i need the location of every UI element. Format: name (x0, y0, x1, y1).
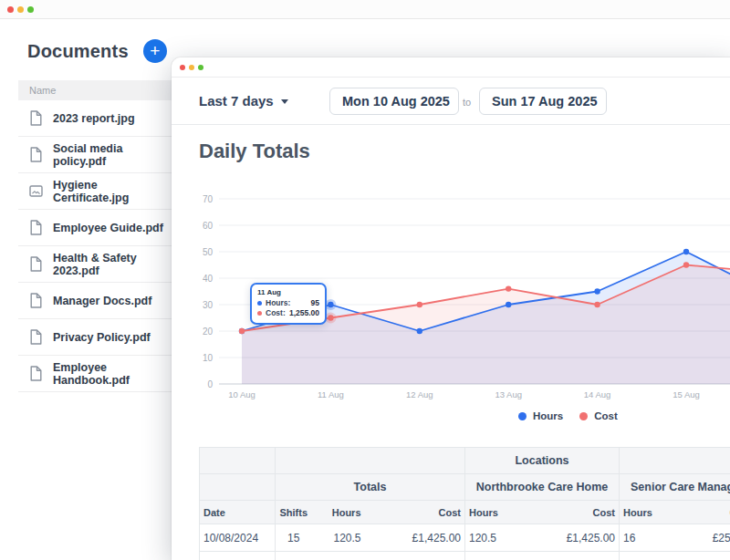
tooltip-series-label: Hours: (266, 298, 290, 308)
tooltip-row: Cost:1,255.00 (257, 308, 319, 318)
chevron-down-icon (281, 99, 288, 104)
file-name: Employee Guide.pdf (53, 222, 163, 234)
svg-text:0: 0 (207, 379, 213, 389)
file-row[interactable]: Employee Guide.pdf (18, 210, 173, 246)
svg-text:11 Aug: 11 Aug (318, 389, 344, 399)
range-preset-dropdown[interactable]: Last 7 days (199, 93, 288, 109)
cell-sr-cost: £256.00 (683, 524, 730, 552)
table-row[interactable]: 10/08/2024 15 120.5 £1,425.00 120.5 £1,4… (200, 524, 730, 552)
close-window-icon[interactable] (180, 65, 185, 70)
legend-label: Cost (594, 410, 618, 421)
document-list: Name 2023 report.jpgSocial media policy.… (18, 80, 173, 392)
svg-text:50: 50 (203, 247, 214, 257)
file-row[interactable]: Hygiene Certificate.jpg (18, 173, 173, 210)
file-name: Manager Docs.pdf (53, 295, 151, 307)
file-name: Health & Safety 2023.pdf (53, 252, 173, 277)
cell-nb-cost: £1,425.00 (543, 524, 620, 552)
minimize-window-icon[interactable] (17, 6, 24, 13)
cell-date[interactable]: 10/08/2024 (200, 524, 276, 552)
file-name: 2023 report.jpg (53, 112, 135, 125)
series-dot-icon (257, 301, 262, 306)
tooltip-series-value: 95 (311, 298, 319, 308)
date-from-value: Mon 10 Aug 2025 (342, 94, 450, 109)
file-row[interactable]: 2023 report.jpg (18, 100, 173, 137)
col-sr-cost: Cost (683, 501, 730, 524)
file-name: Social media policy.pdf (53, 142, 173, 168)
file-icon (29, 293, 43, 308)
col-shifts: Shifts (276, 501, 312, 524)
svg-text:30: 30 (203, 300, 214, 310)
cell-sr-hours: 16 (620, 524, 683, 552)
legend-dot-icon (579, 412, 588, 420)
legend-item-cost[interactable]: Cost (579, 410, 618, 421)
tooltip-series-label: Cost: (266, 308, 286, 318)
file-row[interactable]: Employee Handbook.pdf (18, 356, 173, 392)
file-row[interactable]: Privacy Policy.pdf (18, 319, 173, 356)
tooltip-row: Hours:95 (257, 298, 319, 308)
series-dot-icon (257, 311, 262, 316)
date-from-input[interactable]: Mon 10 Aug 2025 (329, 88, 459, 115)
file-name: Hygiene Certificate.jpg (53, 179, 173, 204)
svg-text:13 Aug: 13 Aug (495, 389, 522, 399)
chart-legend: HoursCost (518, 410, 618, 421)
svg-text:10: 10 (203, 353, 214, 363)
chart-tooltip: 11 Aug Hours:95Cost:1,255.00 (250, 283, 327, 325)
svg-text:14 Aug: 14 Aug (584, 389, 611, 399)
file-row[interactable]: Health & Safety 2023.pdf (18, 246, 173, 283)
file-icon (29, 147, 43, 162)
file-row[interactable]: Social media policy.pdf (18, 137, 173, 173)
table-row-groups: Totals Northbrooke Care Home Senior Care… (200, 474, 730, 501)
add-document-button[interactable]: + (143, 39, 167, 63)
file-icon (29, 329, 43, 345)
svg-text:15 Aug: 15 Aug (673, 389, 700, 399)
col-date: Date (200, 501, 276, 524)
cell-hours: 120.5 (312, 524, 365, 552)
image-icon (29, 183, 43, 199)
maximize-window-icon[interactable] (198, 65, 203, 70)
date-range-header: Last 7 days Mon 10 Aug 2025 to Sun 17 Au… (172, 78, 730, 125)
file-name: Privacy Policy.pdf (53, 331, 151, 344)
date-to-input[interactable]: Sun 17 Aug 2025 (479, 88, 607, 115)
legend-item-hours[interactable]: Hours (518, 410, 563, 421)
cell-shifts: 15 (276, 524, 312, 552)
report-window-titlebar (172, 57, 730, 78)
tooltip-series-value: 1,255.00 (289, 308, 319, 318)
table-row-partial (200, 552, 730, 560)
file-icon (29, 220, 43, 235)
svg-text:40: 40 (203, 274, 214, 284)
close-window-icon[interactable] (7, 6, 14, 13)
cell-nb-hours: 120.5 (465, 524, 543, 552)
table-row-locations: Locations (200, 448, 730, 474)
col-sr-hours: Hours (620, 501, 683, 524)
name-column-header: Name (18, 80, 173, 100)
totals-table-wrap: Locations Totals Northbrooke Care Home S… (199, 447, 730, 560)
maximize-window-icon[interactable] (27, 6, 34, 13)
svg-text:12 Aug: 12 Aug (406, 389, 433, 399)
cell-cost: £1,425.00 (365, 524, 465, 552)
back-window-titlebar (0, 0, 730, 19)
file-icon (29, 366, 43, 381)
legend-dot-icon (518, 412, 527, 420)
file-row[interactable]: Manager Docs.pdf (18, 283, 173, 319)
tooltip-rows: Hours:95Cost:1,255.00 (257, 298, 319, 318)
daily-totals-chart[interactable]: 01020304050607010 Aug11 Aug12 Aug13 Aug1… (172, 182, 730, 410)
svg-text:60: 60 (203, 221, 214, 231)
file-list-body: 2023 report.jpgSocial media policy.pdfHy… (18, 100, 173, 392)
col-hours: Hours (312, 501, 365, 524)
date-to-value: Sun 17 Aug 2025 (492, 94, 598, 109)
svg-text:10 Aug: 10 Aug (228, 389, 256, 399)
svg-text:70: 70 (203, 194, 214, 204)
group-header-senior: Senior Care Manager (620, 474, 730, 501)
section-title: Daily Totals (199, 140, 310, 163)
totals-table: Locations Totals Northbrooke Care Home S… (199, 447, 730, 560)
col-nb-hours: Hours (465, 501, 543, 524)
minimize-window-icon[interactable] (189, 65, 194, 70)
col-nb-cost: Cost (543, 501, 620, 524)
table-column-header-row: Date Shifts Hours Cost Hours Cost Hours … (200, 501, 730, 524)
col-cost: Cost (365, 501, 465, 524)
tooltip-title: 11 Aug (257, 288, 319, 296)
group-header-northbrooke: Northbrooke Care Home (465, 474, 620, 501)
to-label: to (463, 97, 471, 108)
legend-label: Hours (533, 410, 563, 421)
report-window: Last 7 days Mon 10 Aug 2025 to Sun 17 Au… (172, 57, 730, 560)
